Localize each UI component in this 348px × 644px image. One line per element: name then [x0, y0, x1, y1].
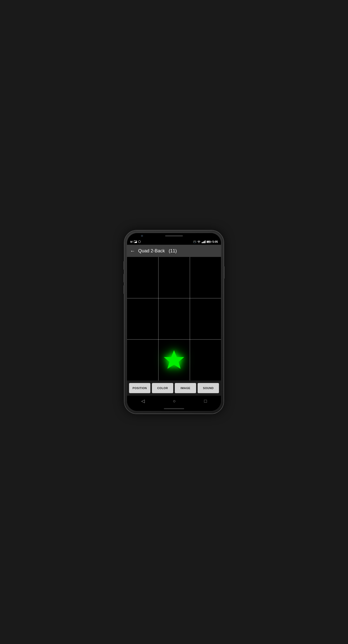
sound-button[interactable]: SOUND	[198, 383, 219, 393]
grid-h-line-1	[127, 298, 221, 298]
home-indicator	[164, 408, 184, 409]
star-icon	[163, 349, 185, 371]
phone-bottom	[127, 406, 221, 411]
app-bar: ← Quad 2-Back (11)	[127, 245, 221, 257]
circle-icon	[138, 240, 141, 243]
status-right-icons: 📳	[193, 240, 218, 243]
gmail-icon: M	[130, 240, 133, 243]
camera-dot	[141, 235, 143, 237]
recents-nav-icon[interactable]: □	[204, 398, 207, 404]
phone-top	[127, 233, 221, 239]
app-title: Quad 2-Back (11)	[138, 248, 177, 254]
status-left-icons: M	[130, 240, 141, 243]
phone-screen: M 📳	[127, 233, 221, 411]
grid-v-line-2	[190, 257, 190, 380]
image-button[interactable]: IMAGE	[175, 383, 196, 393]
vibrate-icon: 📳	[193, 240, 196, 243]
back-nav-icon[interactable]: ◁	[141, 398, 145, 404]
phone-device: M 📳	[124, 231, 224, 413]
home-nav-icon[interactable]: ○	[173, 398, 176, 404]
svg-point-0	[199, 242, 199, 243]
main-content: POSITION COLOR IMAGE SOUND ◁ ○ □	[127, 257, 221, 411]
charging-icon	[207, 241, 211, 243]
speaker	[165, 235, 183, 237]
image-icon	[134, 240, 137, 243]
svg-marker-1	[164, 350, 184, 369]
nav-bar: ◁ ○ □	[127, 396, 221, 406]
wifi-icon	[197, 240, 201, 243]
status-time: 5:05	[212, 240, 218, 243]
position-button[interactable]: POSITION	[129, 383, 150, 393]
color-button[interactable]: COLOR	[152, 383, 173, 393]
stimulus-grid	[127, 257, 221, 380]
stimulus-star	[158, 339, 189, 380]
battery-icon	[207, 241, 211, 243]
back-button[interactable]: ←	[130, 248, 135, 254]
control-buttons: POSITION COLOR IMAGE SOUND	[127, 380, 221, 396]
status-bar: M 📳	[127, 239, 221, 245]
signal-icon	[202, 240, 205, 243]
